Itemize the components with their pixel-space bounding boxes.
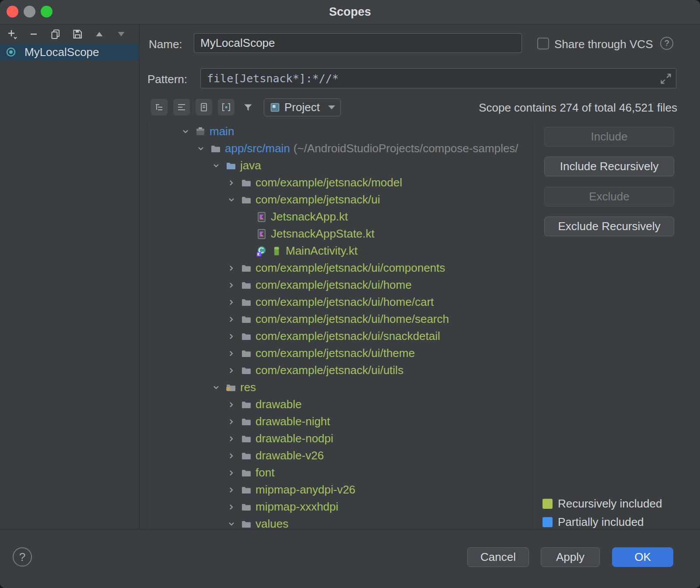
tree-row[interactable]: mipmap-xxxhdpi	[148, 498, 532, 515]
folder-icon	[241, 416, 252, 427]
copy-scope-icon[interactable]	[49, 28, 62, 40]
tree-item-label: com/example/jetsnack/model	[256, 176, 402, 189]
tree-row[interactable]: com/example/jetsnack/ui	[148, 191, 532, 208]
tree-row[interactable]: drawable	[148, 396, 532, 413]
add-scope-icon[interactable]	[6, 28, 18, 40]
cancel-button[interactable]: Cancel	[467, 547, 529, 567]
name-input[interactable]	[200, 36, 515, 50]
legend-label: Recursively included	[558, 497, 662, 511]
tree-row[interactable]: JetsnackApp.kt	[148, 208, 532, 225]
scope-list-toolbar	[0, 24, 139, 44]
chevron-expanded-icon[interactable]	[180, 126, 191, 137]
folder-icon	[241, 433, 252, 444]
tree-item-label: drawable-nodpi	[256, 432, 333, 445]
tree-row[interactable]: com/example/jetsnack/ui/home/cart	[148, 294, 532, 311]
tree-item-label: java	[240, 159, 261, 172]
folder-icon	[241, 365, 252, 376]
chevron-spacer	[241, 211, 252, 223]
tree-row[interactable]: com/example/jetsnack/model	[148, 174, 532, 191]
exclude-button[interactable]: Exclude	[544, 187, 674, 206]
folder-src-icon	[225, 160, 237, 172]
chevron-collapsed-icon[interactable]	[226, 314, 237, 325]
show-scopes-icon[interactable]	[218, 99, 234, 116]
folder-icon	[241, 399, 252, 410]
chevron-collapsed-icon[interactable]	[226, 331, 237, 342]
chevron-expanded-icon[interactable]	[210, 382, 222, 393]
tree-row[interactable]: drawable-night	[148, 413, 532, 430]
tree-row[interactable]: com/example/jetsnack/ui/components	[148, 259, 532, 276]
help-icon[interactable]: ?	[13, 547, 32, 567]
chevron-collapsed-icon[interactable]	[226, 297, 237, 308]
legend-partially-included: Partially included	[542, 515, 644, 529]
include-button[interactable]: Include	[544, 127, 674, 147]
chevron-collapsed-icon[interactable]	[226, 416, 237, 427]
tree-row[interactable]: java	[148, 157, 532, 174]
chevron-collapsed-icon[interactable]	[226, 484, 237, 496]
chevron-collapsed-icon[interactable]	[226, 450, 237, 462]
tree-row[interactable]: font	[148, 464, 532, 481]
tree-row[interactable]: drawable-nodpi	[148, 430, 532, 447]
tree-row[interactable]: res	[148, 379, 532, 396]
view-selector-dropdown[interactable]: Project	[264, 98, 341, 116]
folder-icon	[241, 501, 252, 513]
tree-row[interactable]: drawable-v26	[148, 447, 532, 464]
apply-button[interactable]: Apply	[541, 547, 600, 567]
remove-scope-icon[interactable]	[28, 28, 40, 40]
save-scope-icon[interactable]	[71, 28, 84, 40]
share-vcs-checkbox[interactable]	[537, 38, 549, 49]
scope-list-item[interactable]: MyLocalScope	[0, 44, 139, 60]
folder-icon	[241, 280, 252, 291]
move-down-icon[interactable]	[115, 28, 127, 40]
tree-row[interactable]: main	[148, 123, 532, 140]
show-files-icon[interactable]	[196, 99, 212, 116]
group-by-packages-icon[interactable]	[151, 99, 168, 116]
folder-icon	[241, 262, 252, 274]
tree-row[interactable]: mipmap-anydpi-v26	[148, 481, 532, 498]
project-view-icon	[270, 102, 280, 113]
folder-icon	[241, 297, 252, 308]
chevron-expanded-icon[interactable]	[226, 194, 237, 206]
chevron-collapsed-icon[interactable]	[226, 433, 237, 444]
tree-item-label: main	[210, 125, 234, 138]
vcs-help-icon[interactable]: ?	[660, 37, 673, 50]
include-recursively-button[interactable]: Include Recursively	[544, 157, 674, 176]
tree-item-label: com/example/jetsnack/ui/home/search	[256, 312, 449, 326]
filter-icon[interactable]	[240, 100, 256, 116]
tree-item-label: JetsnackAppState.kt	[271, 227, 374, 241]
chevron-collapsed-icon[interactable]	[226, 467, 237, 479]
chevron-collapsed-icon[interactable]	[226, 501, 237, 513]
chevron-collapsed-icon[interactable]	[226, 262, 237, 274]
tree-row[interactable]: app/src/main(~/AndroidStudioProjects/com…	[148, 140, 532, 157]
expand-pattern-icon[interactable]	[659, 72, 672, 85]
scopes-dialog: Scopes M	[0, 0, 700, 588]
pattern-input[interactable]	[207, 72, 655, 85]
tree-row[interactable]: MainActivity.kt	[148, 242, 532, 259]
move-up-icon[interactable]	[93, 28, 105, 40]
chevron-expanded-icon[interactable]	[210, 160, 222, 172]
chevron-collapsed-icon[interactable]	[226, 365, 237, 376]
tree-row[interactable]: com/example/jetsnack/ui/home	[148, 276, 532, 294]
ok-button[interactable]: OK	[612, 547, 673, 567]
chevron-collapsed-icon[interactable]	[226, 348, 237, 359]
folder-res-icon	[225, 382, 237, 393]
chevron-collapsed-icon[interactable]	[226, 177, 237, 189]
tree-item-label: JetsnackApp.kt	[271, 210, 348, 224]
tree-item-label: values	[256, 517, 288, 529]
tree-row[interactable]: com/example/jetsnack/ui/utils	[148, 362, 532, 379]
chevron-expanded-icon[interactable]	[226, 518, 237, 530]
tree-row[interactable]: com/example/jetsnack/ui/theme	[148, 345, 532, 362]
tree-item-label: drawable-v26	[256, 449, 324, 462]
tree-row[interactable]: values	[148, 515, 532, 529]
chevron-collapsed-icon[interactable]	[226, 399, 237, 410]
pattern-label: Pattern:	[147, 73, 187, 86]
chevron-collapsed-icon[interactable]	[226, 280, 237, 291]
tree-row[interactable]: com/example/jetsnack/ui/home/search	[148, 311, 532, 328]
exclude-recursively-button[interactable]: Exclude Recursively	[544, 217, 674, 236]
tree-row[interactable]: com/example/jetsnack/ui/snackdetail	[148, 328, 532, 345]
scope-tree[interactable]: mainapp/src/main(~/AndroidStudioProjects…	[147, 123, 533, 529]
tree-item-label: drawable	[256, 398, 302, 411]
tree-item-label: font	[256, 466, 274, 480]
chevron-expanded-icon[interactable]	[195, 143, 206, 154]
flatten-packages-icon[interactable]	[173, 99, 190, 116]
tree-row[interactable]: JetsnackAppState.kt	[148, 225, 532, 242]
